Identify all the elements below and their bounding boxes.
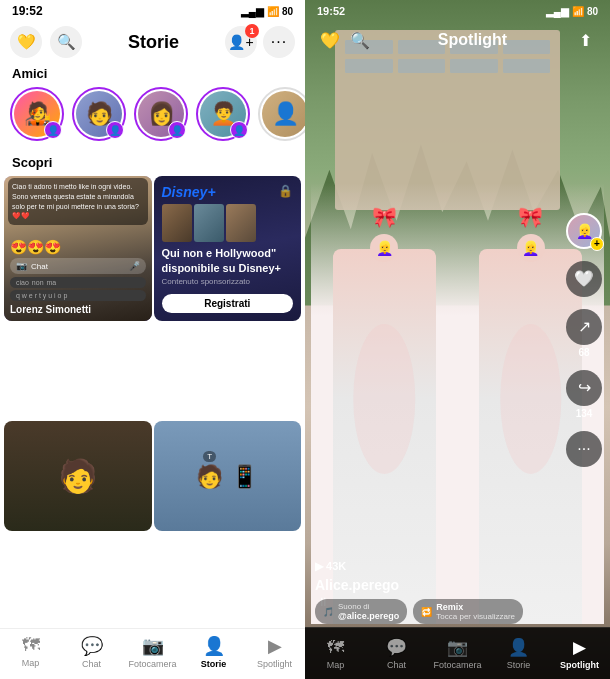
left-top-bar: 💛 🔍 Storie 👤+ 1 ··· — [0, 22, 305, 62]
mic-icon: 🎤 — [129, 261, 140, 271]
selfie-scene: T 🧑 📱 — [154, 421, 302, 531]
right-search-button[interactable]: 🔍 — [345, 25, 375, 55]
left-nav-storie[interactable]: 👤 Storie — [183, 635, 244, 669]
right-notification-button[interactable]: 💛 — [315, 25, 345, 55]
card1-emoji-row: 😍😍😍 — [10, 239, 146, 255]
add-friend-icon-1: 👤 — [44, 121, 62, 139]
friend-avatar-ring-2: 🧑 👤 — [72, 87, 126, 141]
disney-logo: Disney+ — [162, 184, 294, 200]
friend-item-4[interactable]: 🧑‍🦱 👤 — [196, 87, 250, 141]
left-nav-spotlight[interactable]: ▶ Spotlight — [244, 635, 305, 669]
friend-avatar-5: 👤 — [262, 91, 305, 137]
share-count-item[interactable]: ↗ 68 — [566, 309, 602, 358]
right-bell-icon: 💛 — [320, 31, 340, 50]
right-bottom-nav: 🗺 Map 💬 Chat 📷 Fotocamera 👤 Storie ▶ Spo… — [305, 627, 610, 679]
add-friend-icon-2: 👤 — [106, 121, 124, 139]
remix-info: Remix Tocca per visualizzare — [436, 602, 515, 621]
card1-overlay-text: Ciao ti adoro ti metto like in ogni vide… — [12, 182, 144, 221]
chat-icon: 💬 — [81, 635, 103, 657]
music-tag[interactable]: 🎵 Suono di @alice.perego — [315, 599, 407, 624]
ellipsis-icon: ··· — [271, 33, 287, 51]
register-button[interactable]: Registrati — [162, 294, 294, 313]
remix-icon: 🔁 — [421, 607, 432, 617]
right-wifi-icon: 📶 — [572, 6, 584, 17]
right-nav-spotlight-label: Spotlight — [560, 660, 599, 670]
discover-card-1[interactable]: Ciao ti adoro ti metto like in ogni vide… — [4, 176, 152, 321]
add-friend-button[interactable]: 👤+ 1 — [225, 26, 257, 58]
friend-item-3[interactable]: 👩 👤 — [134, 87, 188, 141]
left-nav-camera[interactable]: 📷 Fotocamera — [122, 635, 183, 669]
search-button[interactable]: 🔍 — [50, 26, 82, 58]
share-button[interactable]: ↗ — [566, 309, 602, 345]
right-spotlight-icon: ▶ — [573, 637, 586, 658]
remix-tag[interactable]: 🔁 Remix Tocca per visualizzare — [413, 599, 523, 624]
right-signal-icon: ▂▄▆ — [546, 6, 569, 17]
discover-card-3[interactable]: 🧑 — [4, 421, 152, 531]
avatar-emoji: 👱‍♀️ — [576, 223, 593, 239]
video-info-panel: ▶ 43K Alice.perego 🎵 Suono di @alice.per… — [305, 560, 555, 624]
right-top-bar: 💛 🔍 Spotlight ⬆ — [305, 22, 610, 58]
more-action-item[interactable]: ··· — [566, 431, 602, 467]
right-panel: 🎀 👱‍♀️ 🎀 👱‍♀️ 19:52 ▂▄▆ 📶 80 — [305, 0, 610, 679]
left-nav-chat-label: Chat — [82, 659, 101, 669]
friend-item-5[interactable]: 👤 — [258, 87, 305, 141]
left-time: 19:52 — [12, 4, 43, 18]
friends-section-label: Amici — [0, 62, 305, 87]
left-status-icons: ▂▄▆ 📶 80 — [241, 6, 293, 17]
right-camera-icon: 📷 — [447, 637, 468, 658]
left-status-bar: 19:52 ▂▄▆ 📶 80 — [0, 0, 305, 22]
sponsored-text: Contenuto sponsorizzato — [162, 277, 294, 286]
right-nav-chat[interactable]: 💬 Chat — [366, 628, 427, 679]
right-share-icon: ⬆ — [579, 31, 592, 50]
more-options-button[interactable]: ··· — [263, 26, 295, 58]
notification-button[interactable]: 💛 — [10, 26, 42, 58]
right-nav-chat-label: Chat — [387, 660, 406, 670]
notification-badge: 1 — [245, 24, 259, 38]
discover-grid: Ciao ti adoro ti metto like in ogni vide… — [0, 176, 305, 628]
comment-button[interactable]: ↪ — [566, 370, 602, 406]
left-nav-map[interactable]: 🗺 Map — [0, 635, 61, 669]
left-nav-camera-label: Fotocamera — [128, 659, 176, 669]
left-nav-chat[interactable]: 💬 Chat — [61, 635, 122, 669]
right-share-button[interactable]: ⬆ — [570, 25, 600, 55]
left-nav-map-label: Map — [22, 658, 40, 668]
like-action-item[interactable]: 🤍 — [566, 261, 602, 297]
camera-small-icon: 📷 — [16, 261, 27, 271]
right-nav-storie[interactable]: 👤 Storie — [488, 628, 549, 679]
right-nav-map-label: Map — [327, 660, 345, 670]
remix-label: Remix — [436, 602, 515, 612]
music-info: Suono di @alice.perego — [338, 602, 399, 621]
spotlight-title: Spotlight — [375, 31, 570, 49]
discover-card-2[interactable]: 🔒 Disney+ Qui non e Hollywood" disponibi… — [154, 176, 302, 321]
friend-item-2[interactable]: 🧑 👤 — [72, 87, 126, 141]
right-map-icon: 🗺 — [327, 638, 344, 658]
discover-section-label: Scopri — [0, 151, 305, 176]
comment-count: 134 — [576, 408, 593, 419]
right-chat-icon: 💬 — [386, 637, 407, 658]
card1-username: Lorenz Simonetti — [10, 304, 146, 315]
share-count: 68 — [578, 347, 589, 358]
left-bottom-nav: 🗺 Map 💬 Chat 📷 Fotocamera 👤 Storie ▶ Spo… — [0, 628, 305, 679]
more-button[interactable]: ··· — [566, 431, 602, 467]
right-time: 19:52 — [317, 5, 345, 17]
comment-count-item[interactable]: ↪ 134 — [566, 370, 602, 419]
right-nav-camera[interactable]: 📷 Fotocamera — [427, 628, 488, 679]
video-username: Alice.perego — [315, 577, 545, 593]
profile-action-item[interactable]: 👱‍♀️ + — [566, 213, 602, 249]
friends-row: 🧑‍🎤 👤 🧑 👤 👩 👤 🧑‍🦱 👤 👤 — [0, 87, 305, 151]
friend-avatar-ring-5: 👤 — [258, 87, 305, 141]
right-icon-group: 👤+ 1 ··· — [225, 26, 295, 58]
friend-avatar-ring-1: 🧑‍🎤 👤 — [10, 87, 64, 141]
remix-sublabel: Tocca per visualizzare — [436, 612, 515, 621]
friend-item-1[interactable]: 🧑‍🎤 👤 — [10, 87, 64, 141]
like-button[interactable]: 🤍 — [566, 261, 602, 297]
right-nav-map[interactable]: 🗺 Map — [305, 628, 366, 679]
plus-badge: + — [590, 237, 604, 251]
friend-avatar-ring-4: 🧑‍🦱 👤 — [196, 87, 250, 141]
discover-card-4[interactable]: T 🧑 📱 — [154, 421, 302, 531]
camera-icon: 📷 — [142, 635, 164, 657]
share-arrow-icon: ↗ — [578, 317, 591, 336]
view-count: ▶ 43K — [315, 560, 545, 573]
right-nav-spotlight[interactable]: ▶ Spotlight — [549, 628, 610, 679]
heart-icon: 🤍 — [574, 269, 594, 288]
